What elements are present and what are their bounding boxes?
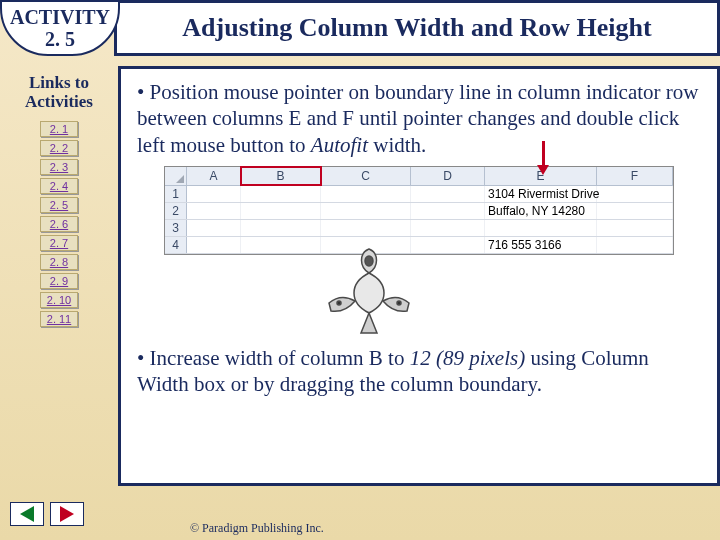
activity-number: 2. 5 [2, 28, 118, 50]
activity-link-2-11[interactable]: 2. 11 [40, 311, 78, 327]
activity-link-2-3[interactable]: 2. 3 [40, 159, 78, 175]
table-row: 4 716 555 3166 [165, 237, 673, 254]
excel-rows: 1 3104 Rivermist Drive 2 Buffalo, NY 142… [165, 186, 673, 254]
activity-label: ACTIVITY [2, 6, 118, 28]
nav-arrows [10, 502, 84, 526]
row-header-2: 2 [165, 203, 187, 219]
svg-point-2 [397, 301, 401, 305]
prev-button[interactable] [10, 502, 44, 526]
activity-tab: ACTIVITY 2. 5 [0, 0, 120, 56]
excel-screenshot: A B C D E F 1 3104 Rivermist Drive 2 Buf… [164, 166, 674, 255]
title-bar: Adjusting Column Width and Row Height [114, 0, 720, 56]
col-header-c: C [321, 167, 411, 185]
bullet-2: • Increase width of column B to 12 (89 p… [137, 345, 701, 398]
activity-link-2-5[interactable]: 2. 5 [40, 197, 78, 213]
activity-link-2-1[interactable]: 2. 1 [40, 121, 78, 137]
activity-link-2-7[interactable]: 2. 7 [40, 235, 78, 251]
cell-e3 [485, 220, 597, 236]
select-all-corner [165, 167, 187, 185]
next-button[interactable] [50, 502, 84, 526]
bullet-1: • Position mouse pointer on boundary lin… [137, 79, 701, 158]
col-header-f: F [597, 167, 673, 185]
sidebar-heading: Links to Activities [0, 74, 118, 111]
copyright-text: © Paradigm Publishing Inc. [190, 521, 324, 536]
activity-link-2-2[interactable]: 2. 2 [40, 140, 78, 156]
col-header-d: D [411, 167, 485, 185]
row-header-3: 3 [165, 220, 187, 236]
row-header-1: 1 [165, 186, 187, 202]
sidebar: Links to Activities 2. 1 2. 2 2. 3 2. 4 … [0, 66, 118, 486]
table-row: 2 Buffalo, NY 14280 [165, 203, 673, 220]
activity-link-2-8[interactable]: 2. 8 [40, 254, 78, 270]
page-title: Adjusting Column Width and Row Height [182, 13, 651, 43]
activity-link-2-9[interactable]: 2. 9 [40, 273, 78, 289]
triangle-right-icon [60, 506, 74, 522]
table-row: 1 3104 Rivermist Drive [165, 186, 673, 203]
cell-e4: 716 555 3166 [485, 237, 597, 253]
col-header-a: A [187, 167, 241, 185]
cell-e1: 3104 Rivermist Drive [485, 186, 597, 202]
row-header-4: 4 [165, 237, 187, 253]
table-row: 3 [165, 220, 673, 237]
svg-point-1 [337, 301, 341, 305]
activity-link-2-6[interactable]: 2. 6 [40, 216, 78, 232]
svg-point-0 [365, 256, 373, 266]
activity-link-2-10[interactable]: 2. 10 [40, 292, 78, 308]
col-header-b: B [241, 167, 321, 185]
triangle-left-icon [20, 506, 34, 522]
content-panel: • Position mouse pointer on boundary lin… [118, 66, 720, 486]
activity-link-2-4[interactable]: 2. 4 [40, 178, 78, 194]
fish-cursor-illustration [309, 243, 429, 343]
column-header-row: A B C D E F [165, 167, 673, 186]
cell-e2: Buffalo, NY 14280 [485, 203, 597, 219]
